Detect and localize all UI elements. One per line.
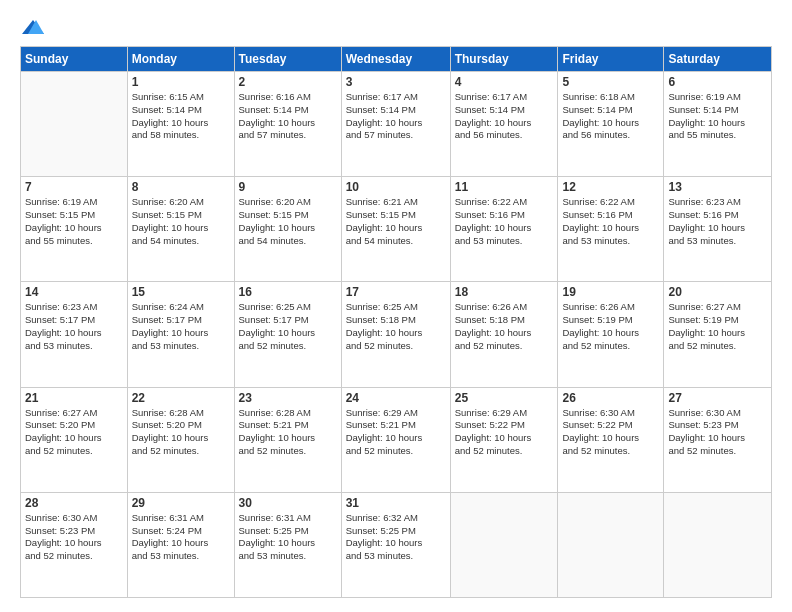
day-number: 24: [346, 391, 446, 405]
day-number: 21: [25, 391, 123, 405]
calendar-cell: 20Sunrise: 6:27 AM Sunset: 5:19 PM Dayli…: [664, 282, 772, 387]
day-info: Sunrise: 6:20 AM Sunset: 5:15 PM Dayligh…: [239, 196, 337, 247]
day-number: 1: [132, 75, 230, 89]
header: [20, 18, 772, 36]
day-info: Sunrise: 6:19 AM Sunset: 5:15 PM Dayligh…: [25, 196, 123, 247]
calendar-day-header: Saturday: [664, 47, 772, 72]
calendar-week-row: 28Sunrise: 6:30 AM Sunset: 5:23 PM Dayli…: [21, 492, 772, 597]
calendar-cell: 15Sunrise: 6:24 AM Sunset: 5:17 PM Dayli…: [127, 282, 234, 387]
day-number: 11: [455, 180, 554, 194]
day-number: 7: [25, 180, 123, 194]
day-number: 29: [132, 496, 230, 510]
day-info: Sunrise: 6:24 AM Sunset: 5:17 PM Dayligh…: [132, 301, 230, 352]
calendar-day-header: Tuesday: [234, 47, 341, 72]
day-number: 13: [668, 180, 767, 194]
calendar-cell: 18Sunrise: 6:26 AM Sunset: 5:18 PM Dayli…: [450, 282, 558, 387]
calendar-header-row: SundayMondayTuesdayWednesdayThursdayFrid…: [21, 47, 772, 72]
day-info: Sunrise: 6:27 AM Sunset: 5:20 PM Dayligh…: [25, 407, 123, 458]
day-info: Sunrise: 6:26 AM Sunset: 5:18 PM Dayligh…: [455, 301, 554, 352]
day-info: Sunrise: 6:22 AM Sunset: 5:16 PM Dayligh…: [455, 196, 554, 247]
calendar-week-row: 1Sunrise: 6:15 AM Sunset: 5:14 PM Daylig…: [21, 72, 772, 177]
day-number: 9: [239, 180, 337, 194]
calendar-week-row: 21Sunrise: 6:27 AM Sunset: 5:20 PM Dayli…: [21, 387, 772, 492]
calendar-cell: 12Sunrise: 6:22 AM Sunset: 5:16 PM Dayli…: [558, 177, 664, 282]
day-info: Sunrise: 6:32 AM Sunset: 5:25 PM Dayligh…: [346, 512, 446, 563]
calendar-cell: 11Sunrise: 6:22 AM Sunset: 5:16 PM Dayli…: [450, 177, 558, 282]
calendar-cell: 26Sunrise: 6:30 AM Sunset: 5:22 PM Dayli…: [558, 387, 664, 492]
calendar-cell: 27Sunrise: 6:30 AM Sunset: 5:23 PM Dayli…: [664, 387, 772, 492]
calendar-cell: 17Sunrise: 6:25 AM Sunset: 5:18 PM Dayli…: [341, 282, 450, 387]
day-info: Sunrise: 6:26 AM Sunset: 5:19 PM Dayligh…: [562, 301, 659, 352]
day-number: 3: [346, 75, 446, 89]
day-number: 25: [455, 391, 554, 405]
day-number: 8: [132, 180, 230, 194]
day-number: 5: [562, 75, 659, 89]
day-number: 19: [562, 285, 659, 299]
calendar-cell: 13Sunrise: 6:23 AM Sunset: 5:16 PM Dayli…: [664, 177, 772, 282]
calendar-day-header: Monday: [127, 47, 234, 72]
calendar-cell: 9Sunrise: 6:20 AM Sunset: 5:15 PM Daylig…: [234, 177, 341, 282]
day-info: Sunrise: 6:19 AM Sunset: 5:14 PM Dayligh…: [668, 91, 767, 142]
calendar-week-row: 14Sunrise: 6:23 AM Sunset: 5:17 PM Dayli…: [21, 282, 772, 387]
calendar-cell: 7Sunrise: 6:19 AM Sunset: 5:15 PM Daylig…: [21, 177, 128, 282]
calendar-cell: 25Sunrise: 6:29 AM Sunset: 5:22 PM Dayli…: [450, 387, 558, 492]
calendar-cell: [664, 492, 772, 597]
calendar-cell: [558, 492, 664, 597]
calendar-cell: 21Sunrise: 6:27 AM Sunset: 5:20 PM Dayli…: [21, 387, 128, 492]
day-info: Sunrise: 6:28 AM Sunset: 5:20 PM Dayligh…: [132, 407, 230, 458]
calendar-cell: [450, 492, 558, 597]
logo-icon: [22, 18, 44, 36]
calendar-day-header: Wednesday: [341, 47, 450, 72]
day-number: 14: [25, 285, 123, 299]
day-info: Sunrise: 6:29 AM Sunset: 5:22 PM Dayligh…: [455, 407, 554, 458]
day-number: 10: [346, 180, 446, 194]
day-info: Sunrise: 6:20 AM Sunset: 5:15 PM Dayligh…: [132, 196, 230, 247]
day-number: 12: [562, 180, 659, 194]
day-info: Sunrise: 6:18 AM Sunset: 5:14 PM Dayligh…: [562, 91, 659, 142]
day-info: Sunrise: 6:27 AM Sunset: 5:19 PM Dayligh…: [668, 301, 767, 352]
day-info: Sunrise: 6:30 AM Sunset: 5:22 PM Dayligh…: [562, 407, 659, 458]
day-info: Sunrise: 6:31 AM Sunset: 5:25 PM Dayligh…: [239, 512, 337, 563]
calendar-cell: 6Sunrise: 6:19 AM Sunset: 5:14 PM Daylig…: [664, 72, 772, 177]
logo: [20, 18, 44, 36]
calendar-cell: 30Sunrise: 6:31 AM Sunset: 5:25 PM Dayli…: [234, 492, 341, 597]
day-info: Sunrise: 6:25 AM Sunset: 5:17 PM Dayligh…: [239, 301, 337, 352]
day-info: Sunrise: 6:22 AM Sunset: 5:16 PM Dayligh…: [562, 196, 659, 247]
calendar-cell: 29Sunrise: 6:31 AM Sunset: 5:24 PM Dayli…: [127, 492, 234, 597]
calendar-cell: 28Sunrise: 6:30 AM Sunset: 5:23 PM Dayli…: [21, 492, 128, 597]
calendar-table: SundayMondayTuesdayWednesdayThursdayFrid…: [20, 46, 772, 598]
day-number: 28: [25, 496, 123, 510]
calendar-cell: 24Sunrise: 6:29 AM Sunset: 5:21 PM Dayli…: [341, 387, 450, 492]
day-info: Sunrise: 6:17 AM Sunset: 5:14 PM Dayligh…: [455, 91, 554, 142]
day-number: 2: [239, 75, 337, 89]
calendar-cell: 10Sunrise: 6:21 AM Sunset: 5:15 PM Dayli…: [341, 177, 450, 282]
day-number: 17: [346, 285, 446, 299]
day-info: Sunrise: 6:30 AM Sunset: 5:23 PM Dayligh…: [668, 407, 767, 458]
calendar-week-row: 7Sunrise: 6:19 AM Sunset: 5:15 PM Daylig…: [21, 177, 772, 282]
day-info: Sunrise: 6:25 AM Sunset: 5:18 PM Dayligh…: [346, 301, 446, 352]
day-info: Sunrise: 6:30 AM Sunset: 5:23 PM Dayligh…: [25, 512, 123, 563]
calendar-day-header: Sunday: [21, 47, 128, 72]
day-info: Sunrise: 6:28 AM Sunset: 5:21 PM Dayligh…: [239, 407, 337, 458]
calendar-cell: 1Sunrise: 6:15 AM Sunset: 5:14 PM Daylig…: [127, 72, 234, 177]
calendar-cell: 14Sunrise: 6:23 AM Sunset: 5:17 PM Dayli…: [21, 282, 128, 387]
day-info: Sunrise: 6:23 AM Sunset: 5:17 PM Dayligh…: [25, 301, 123, 352]
day-number: 30: [239, 496, 337, 510]
calendar-cell: [21, 72, 128, 177]
day-number: 20: [668, 285, 767, 299]
calendar-cell: 8Sunrise: 6:20 AM Sunset: 5:15 PM Daylig…: [127, 177, 234, 282]
day-info: Sunrise: 6:23 AM Sunset: 5:16 PM Dayligh…: [668, 196, 767, 247]
calendar-cell: 16Sunrise: 6:25 AM Sunset: 5:17 PM Dayli…: [234, 282, 341, 387]
calendar-day-header: Friday: [558, 47, 664, 72]
day-number: 23: [239, 391, 337, 405]
calendar-cell: 31Sunrise: 6:32 AM Sunset: 5:25 PM Dayli…: [341, 492, 450, 597]
day-info: Sunrise: 6:31 AM Sunset: 5:24 PM Dayligh…: [132, 512, 230, 563]
calendar-cell: 3Sunrise: 6:17 AM Sunset: 5:14 PM Daylig…: [341, 72, 450, 177]
day-info: Sunrise: 6:21 AM Sunset: 5:15 PM Dayligh…: [346, 196, 446, 247]
day-number: 22: [132, 391, 230, 405]
calendar-cell: 4Sunrise: 6:17 AM Sunset: 5:14 PM Daylig…: [450, 72, 558, 177]
day-number: 16: [239, 285, 337, 299]
day-number: 18: [455, 285, 554, 299]
day-info: Sunrise: 6:16 AM Sunset: 5:14 PM Dayligh…: [239, 91, 337, 142]
calendar-cell: 19Sunrise: 6:26 AM Sunset: 5:19 PM Dayli…: [558, 282, 664, 387]
